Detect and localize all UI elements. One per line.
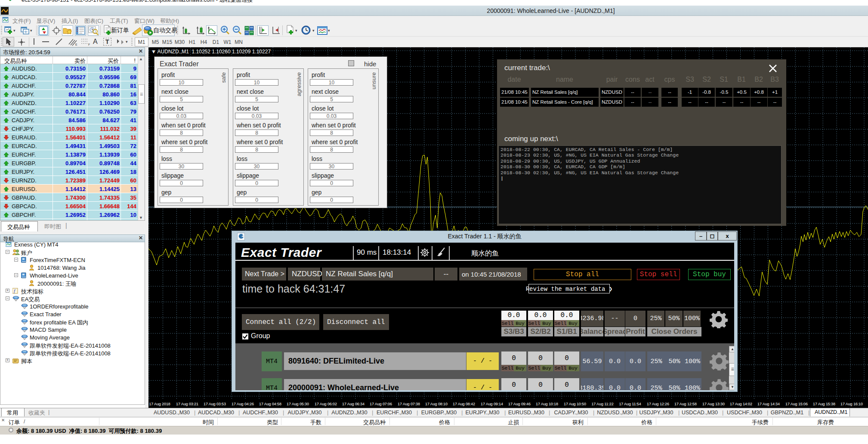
svg-text:E: E xyxy=(75,43,77,46)
svg-text:F: F xyxy=(88,43,90,46)
